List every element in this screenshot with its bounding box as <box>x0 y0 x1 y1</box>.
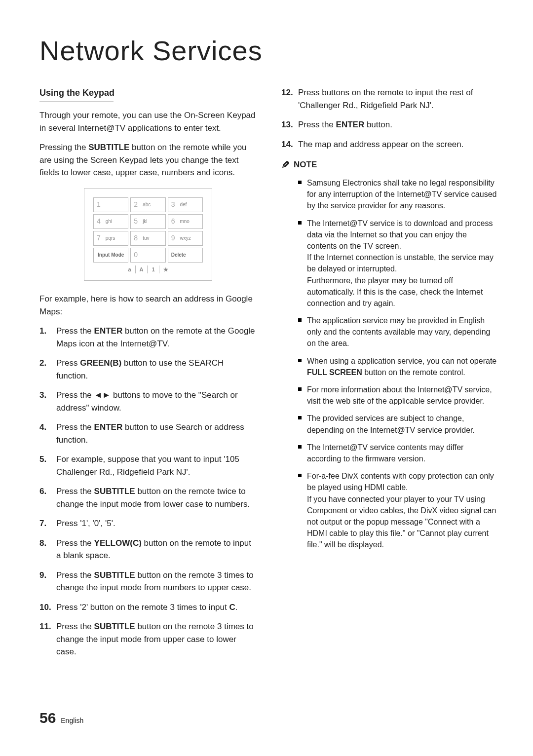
key-7: 7pqrs <box>93 231 128 246</box>
step-10: Press '2' button on the remote 3 times t… <box>39 601 257 614</box>
heading-underline <box>39 102 114 102</box>
step-2: Press GREEN(B) button to use the SEARCH … <box>39 357 257 382</box>
note-5: For more information about the Internet@… <box>298 384 498 407</box>
step-6: Press the SUBTITLE button on the remote … <box>39 485 257 510</box>
note-label: NOTE <box>294 158 317 171</box>
keypad-mode-row: a A 1 ★ <box>93 265 203 274</box>
note-2: The Internet@TV service is to download a… <box>298 218 498 309</box>
page-footer: 56 English <box>39 710 83 726</box>
keypad-grid: 1 2abc 3def 4ghi 5jkl 6mno 7pqrs 8tuv 9w… <box>93 197 203 263</box>
note-6: The provided services are subject to cha… <box>298 413 498 435</box>
page-number: 56 <box>39 710 56 726</box>
key-input-mode: Input Mode <box>93 248 128 263</box>
step-14: The map and address appear on the screen… <box>281 138 498 151</box>
note-4: When using a application service, you ca… <box>298 355 498 378</box>
key-delete: Delete <box>168 248 203 263</box>
note-8: For-a-fee DivX contents with copy protec… <box>298 470 498 550</box>
page-title: Network Services <box>39 35 498 67</box>
section-heading: Using the Keypad <box>39 86 257 100</box>
mode-upper: A <box>136 265 148 274</box>
right-column: Press buttons on the remote to input the… <box>281 86 498 665</box>
key-1: 1 <box>93 197 128 212</box>
content-columns: Using the Keypad Through your remote, yo… <box>39 86 498 665</box>
note-list: Samsung Electronics shall take no legal … <box>298 177 498 550</box>
steps-list-left: Press the ENTER button on the remote at … <box>39 325 257 658</box>
key-2: 2abc <box>130 197 165 212</box>
example-intro: For example, here is how to search an ad… <box>39 293 257 318</box>
step-12: Press buttons on the remote to input the… <box>281 86 498 112</box>
mode-number: 1 <box>148 265 159 274</box>
footer-language: English <box>61 717 83 724</box>
key-0: 0 <box>130 248 165 263</box>
step-1: Press the ENTER button on the remote at … <box>39 325 257 350</box>
steps-list-right: Press buttons on the remote to input the… <box>281 86 498 151</box>
key-4: 4ghi <box>93 214 128 229</box>
left-column: Using the Keypad Through your remote, yo… <box>39 86 257 665</box>
step-7: Press '1', '0', '5'. <box>39 517 257 530</box>
note-icon: ✎ <box>281 157 290 172</box>
key-8: 8tuv <box>130 231 165 246</box>
step-9: Press the SUBTITLE button on the remote … <box>39 569 257 594</box>
keypad-figure: 1 2abc 3def 4ghi 5jkl 6mno 7pqrs 8tuv 9w… <box>84 188 212 281</box>
mode-lower: a <box>124 265 135 274</box>
step-11: Press the SUBTITLE button on the remote … <box>39 620 257 658</box>
step-13: Press the ENTER button. <box>281 118 498 131</box>
step-8: Press the YELLOW(C) button on the remote… <box>39 537 257 562</box>
key-3: 3def <box>168 197 203 212</box>
note-7: The Internet@TV service contents may dif… <box>298 442 498 464</box>
intro-paragraph-1: Through your remote, you can use the On-… <box>39 109 257 134</box>
step-5: For example, suppose that you want to in… <box>39 453 257 478</box>
arrow-left-right-icon: ◄► <box>94 390 111 400</box>
step-4: Press the ENTER button to use Search or … <box>39 421 257 446</box>
step-3: Press the ◄► buttons to move to the "Sea… <box>39 389 257 414</box>
mode-symbol: ★ <box>159 265 172 274</box>
key-6: 6mno <box>168 214 203 229</box>
key-9: 9wxyz <box>168 231 203 246</box>
note-heading: ✎ NOTE <box>281 157 498 172</box>
intro-paragraph-2: Pressing the SUBTITLE button on the remo… <box>39 141 257 179</box>
note-1: Samsung Electronics shall take no legal … <box>298 177 498 212</box>
key-5: 5jkl <box>130 214 165 229</box>
note-3: The application service may be provided … <box>298 315 498 349</box>
